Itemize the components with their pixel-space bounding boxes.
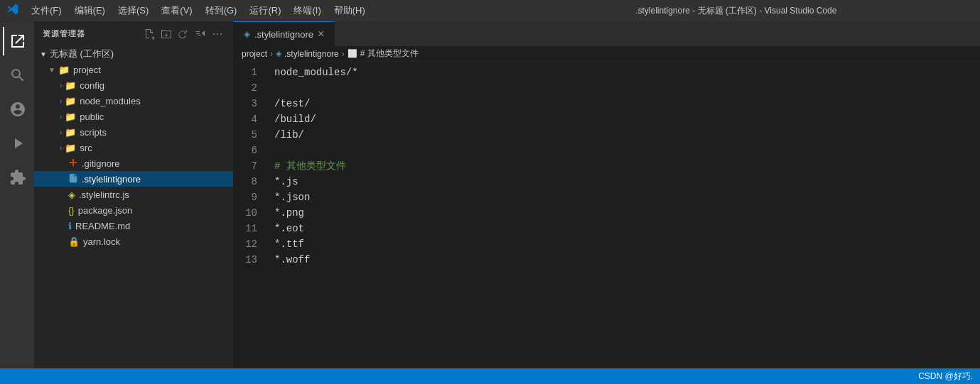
readme-label: README.md: [75, 221, 130, 231]
line-num-12: 12: [233, 236, 257, 252]
stylelintignore-file-icon: [68, 173, 78, 185]
public-folder-icon: 📁: [65, 111, 76, 122]
breadcrumb-file[interactable]: .stylelintignore: [284, 49, 339, 59]
code-content[interactable]: node_modules/* /test/ /build/ /lib/ # 其他…: [269, 62, 980, 368]
collapse-button[interactable]: [193, 27, 208, 41]
public-label: public: [80, 111, 104, 122]
workspace-title[interactable]: ▼ 无标题 (工作区): [34, 46, 233, 62]
tree-item-stylelintignore[interactable]: .stylelintignore: [34, 171, 233, 187]
gitignore-file-icon: [68, 158, 78, 170]
line-num-13: 13: [233, 252, 257, 268]
package-json-file-icon: {}: [68, 205, 75, 216]
status-bar: CSDN @好巧.: [0, 368, 980, 384]
window-title: .stylelintignore - 无标题 (工作区) - Visual St…: [500, 5, 974, 17]
breadcrumb-symbol-icon: ⬜: [348, 49, 357, 58]
tree-item-scripts[interactable]: › 📁 scripts: [34, 124, 233, 140]
new-file-button[interactable]: [142, 27, 156, 41]
breadcrumb-project[interactable]: project: [242, 49, 267, 59]
menu-run[interactable]: 运行(R): [244, 3, 286, 18]
editor[interactable]: 1 2 3 4 5 6 7 8 9 10 11 12 13 node_modul…: [233, 62, 980, 368]
menu-select[interactable]: 选择(S): [112, 3, 154, 18]
line-num-2: 2: [233, 80, 257, 96]
tab-label: .stylelintignore: [254, 29, 313, 40]
public-arrow-icon: ›: [60, 113, 62, 121]
activity-git[interactable]: [3, 95, 31, 124]
code-line-12: *.ttf: [274, 236, 980, 252]
breadcrumb-symbol[interactable]: # 其他类型文件: [360, 48, 419, 60]
menu-edit[interactable]: 编辑(E): [69, 3, 111, 18]
package-json-label: package.json: [78, 205, 133, 216]
new-folder-button[interactable]: [159, 27, 173, 41]
code-line-5: /lib/: [274, 127, 980, 143]
scripts-label: scripts: [80, 127, 107, 138]
node-modules-arrow-icon: ›: [60, 97, 62, 105]
tree-item-stylelintrc[interactable]: ◈ .stylelintrc.js: [34, 187, 233, 202]
tree-item-config[interactable]: › 📁 config: [34, 77, 233, 93]
code-line-10: *.png: [274, 205, 980, 221]
sidebar: 资源管理器: [34, 21, 233, 368]
project-label: project: [73, 65, 101, 75]
scripts-folder-icon: 📁: [65, 127, 76, 138]
breadcrumb-file-icon: ◈: [276, 49, 281, 58]
editor-area: ◈ .stylelintignore × project › ◈ .stylel…: [233, 21, 980, 368]
src-arrow-icon: ›: [60, 144, 62, 152]
more-actions-button[interactable]: [210, 27, 225, 41]
activity-bar: [0, 21, 34, 368]
code-line-6: [274, 143, 980, 158]
menu-help[interactable]: 帮助(H): [328, 3, 371, 18]
tab-close-button[interactable]: ×: [318, 28, 324, 40]
tree-item-gitignore[interactable]: .gitignore: [34, 155, 233, 171]
project-arrow-icon: ▼: [48, 66, 55, 74]
activity-explorer[interactable]: [3, 27, 31, 55]
tree-item-package-json[interactable]: {} package.json: [34, 202, 233, 218]
line-num-7: 7: [233, 158, 257, 174]
activity-debug[interactable]: [3, 129, 31, 158]
code-line-8: *.js: [274, 174, 980, 190]
menu-file[interactable]: 文件(F): [26, 3, 68, 18]
refresh-button[interactable]: [176, 27, 190, 41]
code-line-7: # 其他类型文件: [274, 158, 980, 174]
line-num-10: 10: [233, 205, 257, 221]
node-modules-label: node_modules: [80, 96, 140, 106]
tree-item-public[interactable]: › 📁 public: [34, 109, 233, 124]
config-label: config: [80, 80, 104, 91]
node-modules-folder-icon: 📁: [65, 96, 76, 106]
menu-bar: 文件(F) 编辑(E) 选择(S) 查看(V) 转到(G) 运行(R) 终端(I…: [26, 3, 500, 18]
tree-item-node-modules[interactable]: › 📁 node_modules: [34, 93, 233, 109]
breadcrumb: project › ◈ .stylelintignore › ⬜ # 其他类型文…: [233, 46, 980, 62]
tree-item-src[interactable]: › 📁 src: [34, 140, 233, 155]
activity-extensions[interactable]: [3, 163, 31, 192]
tab-stylelintignore[interactable]: ◈ .stylelintignore ×: [233, 21, 335, 46]
src-label: src: [80, 143, 92, 153]
line-num-4: 4: [233, 111, 257, 127]
sidebar-actions: [142, 27, 225, 41]
tree-item-readme[interactable]: ℹ README.md: [34, 218, 233, 234]
code-line-1: node_modules/*: [274, 65, 980, 80]
config-folder-icon: 📁: [65, 80, 76, 91]
yarn-lock-file-icon: 🔒: [68, 236, 80, 247]
sidebar-header: 资源管理器: [34, 21, 233, 46]
stylelintrc-file-icon: ◈: [68, 190, 75, 200]
readme-file-icon: ℹ: [68, 221, 72, 231]
tree-item-yarn-lock[interactable]: 🔒 yarn.lock: [34, 234, 233, 249]
menu-goto[interactable]: 转到(G): [200, 3, 243, 18]
yarn-lock-label: yarn.lock: [83, 236, 120, 247]
breadcrumb-sep-1: ›: [270, 49, 273, 59]
config-arrow-icon: ›: [60, 82, 62, 89]
sidebar-title: 资源管理器: [43, 28, 85, 39]
code-line-4: /build/: [274, 111, 980, 127]
activity-search[interactable]: [3, 61, 31, 89]
tab-file-icon: ◈: [244, 29, 250, 39]
code-line-3: /test/: [274, 96, 980, 111]
file-explorer: ▼ 无标题 (工作区) ▼ 📁 project › 📁 config › 📁 n…: [34, 46, 233, 368]
workspace-arrow-icon: ▼: [40, 50, 47, 58]
stylelintrc-label: .stylelintrc.js: [79, 190, 129, 200]
menu-terminal[interactable]: 终端(I): [288, 3, 326, 18]
line-num-1: 1: [233, 65, 257, 80]
tree-item-project[interactable]: ▼ 📁 project: [34, 62, 233, 77]
line-numbers: 1 2 3 4 5 6 7 8 9 10 11 12 13: [233, 62, 269, 368]
menu-view[interactable]: 查看(V): [156, 3, 198, 18]
breadcrumb-sep-2: ›: [342, 49, 345, 59]
status-bar-text: CSDN @好巧.: [918, 371, 973, 383]
line-num-5: 5: [233, 127, 257, 143]
